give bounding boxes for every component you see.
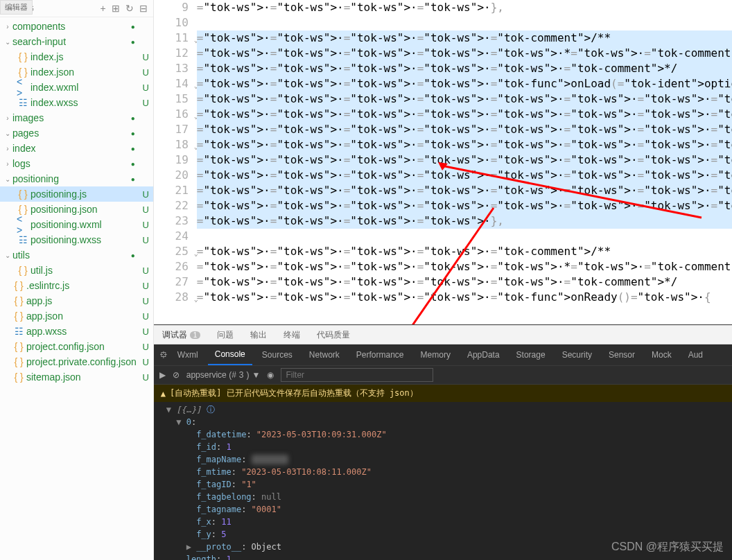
tab-problems[interactable]: 问题 <box>209 326 242 344</box>
tab-output[interactable]: 输出 <box>242 326 275 344</box>
devtab-storage[interactable]: Storage <box>509 344 552 365</box>
refresh-icon[interactable]: ↻ <box>125 3 134 14</box>
warning-icon: ▲ <box>161 389 166 399</box>
live-expr-icon[interactable]: ◉ <box>267 370 274 380</box>
editor-label: 编辑器 <box>0 0 33 15</box>
devtab-console[interactable]: Console <box>208 344 252 365</box>
file-item[interactable]: ☷app.wxssU <box>0 324 153 339</box>
clear-console-icon[interactable]: ⊘ <box>173 370 180 380</box>
tab-code-quality[interactable]: 代码质量 <box>308 326 358 344</box>
filter-input[interactable] <box>281 368 433 382</box>
file-tree[interactable]: ›components●⌄search-input●{ }index.jsU{ … <box>0 17 153 560</box>
devtab-aud[interactable]: Aud <box>681 344 710 365</box>
new-file-icon[interactable]: + <box>101 3 106 14</box>
devtab-sensor[interactable]: Sensor <box>602 344 642 365</box>
folder-item[interactable]: ⌄pages● <box>0 125 153 141</box>
file-item[interactable]: { }util.jsU <box>0 263 153 278</box>
file-explorer-sidebar: IONING + ⊞ ↻ ⊟ ›components●⌄search-input… <box>0 0 154 560</box>
folder-item[interactable]: ›images● <box>0 110 153 125</box>
devtab-sources[interactable]: Sources <box>255 344 299 365</box>
code-editor[interactable]: 91011⌄121314⌄1516⌄1718⌄19202122232425⌄26… <box>154 0 732 324</box>
debug-panel: 调试器1 问题 输出 终端 代码质量 ⯐ Wxml Console Source… <box>154 324 732 560</box>
devtab-appdata[interactable]: AppData <box>460 344 507 365</box>
file-item[interactable]: { }sitemap.jsonU <box>0 369 153 385</box>
file-item[interactable]: { }app.jsonU <box>0 308 153 324</box>
file-item[interactable]: ☷positioning.wxssU <box>0 232 153 247</box>
devtab-security[interactable]: Security <box>555 344 599 365</box>
new-folder-icon[interactable]: ⊞ <box>112 3 120 14</box>
devtab-performance[interactable]: Performance <box>349 344 411 365</box>
console-toolbar: ▶ ⊘ appservice (#3) ▼ ◉ Default levels ▼ <box>154 365 732 385</box>
file-item[interactable]: { }.eslintrc.jsU <box>0 278 153 293</box>
collapse-all-icon[interactable]: ⊟ <box>139 3 148 14</box>
file-item[interactable]: { }project.config.jsonU <box>0 339 153 354</box>
file-item[interactable]: { }app.jsU <box>0 293 153 308</box>
folder-item[interactable]: ›index● <box>0 141 153 156</box>
devtab-network[interactable]: Network <box>302 344 347 365</box>
code-area[interactable]: ="tok-ws">·="tok-ws">·="tok-ws">·="tok-w… <box>197 0 732 305</box>
console-output[interactable]: ▼ [{…}] ⓘ ▼ 0: f_datetime: "2023-05-03T1… <box>154 402 732 560</box>
inspect-icon[interactable]: ⯐ <box>159 350 168 360</box>
folder-item[interactable]: ⌄search-input● <box>0 34 153 49</box>
folder-item[interactable]: ⌄utils● <box>0 247 153 263</box>
devtools-tabs: ⯐ Wxml Console Sources Network Performan… <box>154 344 732 365</box>
panel-tabs: 调试器1 问题 输出 终端 代码质量 <box>154 325 732 344</box>
file-item[interactable]: { }positioning.jsU <box>0 186 153 202</box>
console-warning: ▲ [自动热重载] 已开启代码文件保存后自动热重载（不支持 json） <box>154 385 732 402</box>
file-item[interactable]: { }index.jsU <box>0 49 153 64</box>
sidebar-toggle-icon[interactable]: ▶ <box>159 370 166 380</box>
folder-item[interactable]: ›logs● <box>0 156 153 171</box>
file-item[interactable]: ☷index.wxssU <box>0 95 153 110</box>
line-gutter: 91011⌄121314⌄1516⌄1718⌄19202122232425⌄26… <box>154 0 197 305</box>
tab-debugger[interactable]: 调试器1 <box>154 326 209 344</box>
file-item[interactable]: < >index.wxmlU <box>0 80 153 95</box>
folder-item[interactable]: ›components● <box>0 19 153 34</box>
file-item[interactable]: { }project.private.config.jsonU <box>0 354 153 369</box>
devtab-mock[interactable]: Mock <box>645 344 679 365</box>
devtab-wxml[interactable]: Wxml <box>171 344 205 365</box>
devtab-memory[interactable]: Memory <box>414 344 458 365</box>
file-item[interactable]: < >positioning.wxmlU <box>0 217 153 232</box>
context-selector[interactable]: appservice (#3) ▼ <box>186 370 261 380</box>
tab-terminal[interactable]: 终端 <box>275 326 308 344</box>
folder-item[interactable]: ⌄positioning● <box>0 171 153 186</box>
